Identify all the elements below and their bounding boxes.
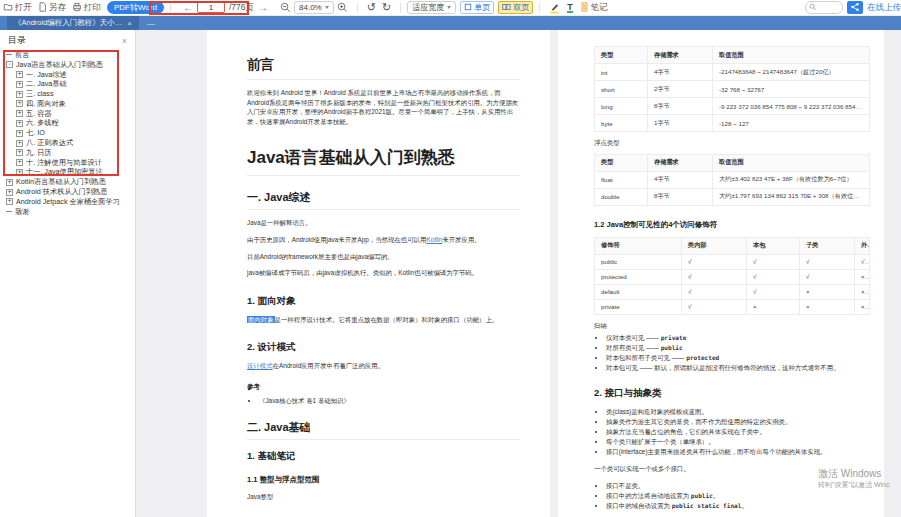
- expand-icon[interactable]: +: [16, 169, 23, 176]
- toc-item-label: 十一. Java使用加密算法: [26, 168, 103, 178]
- paragraph: 面向对象是一种程序设计技术。它将重点放在数据（即对象）和对象的接口（功能）上。: [247, 315, 520, 325]
- toc-tree: 前言-Java语言基础从入门到熟悉+一. Java综述+二. Java基础+三.…: [0, 50, 135, 217]
- single-page-icon: [464, 3, 472, 13]
- column-header: 类型: [595, 47, 648, 64]
- modifiers-table: 修饰符类内部本包子类外部包public√√√√protected√√√×defa…: [594, 237, 870, 315]
- online-service-link[interactable]: 在线上传: [867, 2, 901, 14]
- sidebar-toc-item[interactable]: +Android Jetpack 全家桶全面学习: [0, 197, 135, 207]
- chevron-down-icon: [325, 6, 329, 9]
- expand-icon[interactable]: +: [16, 120, 23, 127]
- expand-icon[interactable]: +: [6, 198, 13, 205]
- highlighter-icon[interactable]: [549, 2, 560, 14]
- bullet-item: 抽象类作为派生其它类的基类，而不作为想使用的特定的实例类。: [606, 417, 870, 427]
- print-button[interactable]: 打印: [69, 2, 104, 14]
- sidebar-toc-item[interactable]: 致谢: [0, 207, 135, 217]
- sidebar-toc-item[interactable]: +九. 日历: [0, 148, 135, 158]
- bullet-item: 对本包可见 —— 默认，所谓默认是指没有任何修饰符的情况，这种方式通常不用。: [606, 363, 870, 373]
- table-cell: ×: [800, 299, 855, 314]
- notes-button[interactable]: 笔记: [577, 2, 611, 14]
- search-input[interactable]: [805, 1, 843, 14]
- table-cell: int: [595, 64, 648, 81]
- page-number-input[interactable]: [197, 2, 225, 13]
- collapse-icon[interactable]: -: [6, 61, 13, 68]
- pdf-to-word-button[interactable]: PDF转Word: [107, 1, 164, 14]
- single-page-button[interactable]: 单页: [460, 1, 494, 14]
- save-as-button[interactable]: 另存: [35, 2, 69, 14]
- document-canvas[interactable]: 前言 欢迎你来到 Android 世界！Android 系统是目前世界上市场占有…: [136, 30, 901, 517]
- text-underline-color-icon[interactable]: T: [567, 3, 573, 13]
- tab-bar-dash: —: [147, 19, 155, 28]
- next-page-icon[interactable]: →: [258, 3, 268, 13]
- expand-icon[interactable]: +: [16, 71, 23, 78]
- table-cell: 大约±3.402 823 47E + 38F（有效位数为6~7位）: [713, 171, 870, 188]
- design-pattern-link[interactable]: 设计模式: [247, 362, 273, 369]
- sidebar-toc-item[interactable]: +十一. Java使用加密算法: [0, 168, 135, 178]
- table-cell: protected: [595, 269, 682, 284]
- bullet-item: 接口中的域自动设置为 public static final。: [606, 501, 870, 511]
- column-header: 取值范围: [713, 154, 870, 171]
- view-mode-select[interactable]: 适应宽度: [407, 1, 456, 14]
- double-page-button[interactable]: 双页: [498, 1, 533, 14]
- section-basic-title: 二. Java基础: [247, 420, 520, 440]
- bullet-item: 类(class)是构造对象的模板或蓝图。: [606, 407, 870, 417]
- oop-link[interactable]: 面向对象: [247, 316, 275, 323]
- sidebar-toc-item[interactable]: +二. Java基础: [0, 79, 135, 89]
- sidebar-toc-item[interactable]: +三. class: [0, 89, 135, 99]
- bullet-item: 抽象方法充当着占位的角色，它们的具体实现在子类中。: [606, 427, 870, 437]
- expand-icon[interactable]: +: [16, 91, 23, 98]
- sidebar-toc-item[interactable]: +Kotlin语言基础从入门到熟悉: [0, 177, 135, 187]
- share-button[interactable]: [847, 1, 863, 14]
- sidebar-toc-item[interactable]: 前言: [0, 50, 135, 60]
- expand-icon[interactable]: +: [16, 110, 23, 117]
- toc-title: 目录: [8, 34, 26, 47]
- toolbar-right-group: 在线上传: [805, 1, 901, 14]
- sidebar-toc-item[interactable]: +五. 容器: [0, 109, 135, 119]
- toolbar-divider: [539, 3, 540, 13]
- paragraph-text: 在Android应用开发中有着广泛的应用。: [273, 362, 385, 369]
- expand-icon[interactable]: +: [6, 179, 13, 186]
- document-tab[interactable]: 《Android编程入门教程》天小… ×: [7, 16, 139, 30]
- expand-icon[interactable]: +: [16, 149, 23, 156]
- zoom-in-icon[interactable]: [337, 2, 348, 13]
- rotate-left-icon[interactable]: ↺: [367, 1, 376, 14]
- save-as-label: 另存: [49, 2, 66, 14]
- float-types-table: 类型存储需求取值范围float4字节大约±3.402 823 47E + 38F…: [594, 154, 870, 206]
- table-cell: 4字节: [648, 171, 713, 188]
- table-row: public√√√√: [595, 254, 870, 269]
- toc-close-icon[interactable]: ×: [122, 36, 127, 46]
- paragraph: java被编译成字节码后，由java虚拟机执行。类似的，Kotlin也可被编译为…: [247, 268, 520, 278]
- sidebar-toc-item[interactable]: +八. 正则表达式: [0, 138, 135, 148]
- table-cell: -9 223 372 036 854 775 808 ~ 9 223 372 0…: [713, 98, 870, 115]
- sidebar-toc-item[interactable]: +十. 注解使用与简单设计: [0, 158, 135, 168]
- zoom-out-icon[interactable]: [280, 2, 291, 13]
- document-page-left: 前言 欢迎你来到 Android 世界！Android 系统是目前世界上市场占有…: [207, 30, 550, 517]
- expand-icon[interactable]: +: [16, 81, 23, 88]
- column-header: 子类: [800, 237, 855, 254]
- previous-page-icon[interactable]: ←: [183, 3, 193, 13]
- folder-open-icon: [3, 2, 13, 14]
- summary-list: 仅对本类可见 —— private对所有类可见 —— public对本包和所有子…: [606, 333, 870, 372]
- expand-icon[interactable]: +: [16, 159, 23, 166]
- toc-item-label: 二. Java基础: [26, 79, 67, 89]
- sidebar-toc-item[interactable]: +六. 多线程: [0, 119, 135, 129]
- expand-icon[interactable]: +: [16, 100, 23, 107]
- rotate-right-icon[interactable]: ↻: [382, 1, 391, 14]
- sidebar-toc-item[interactable]: -Java语言基础从入门到熟悉: [0, 60, 135, 70]
- sidebar-toc-item[interactable]: +四. 面向对象: [0, 99, 135, 109]
- sidebar-toc-item[interactable]: +七. IO: [0, 128, 135, 138]
- expand-icon[interactable]: +: [6, 189, 13, 196]
- table-cell: √: [682, 269, 747, 284]
- summary-label: 归纳: [594, 321, 870, 331]
- watermark-line2: 转到"设置"以激活 Winc: [818, 479, 889, 490]
- table-cell: √: [800, 254, 855, 269]
- oop-heading: 1. 面向对象: [247, 295, 520, 308]
- kotlin-link[interactable]: Kotlin: [426, 236, 442, 243]
- expand-icon[interactable]: +: [16, 140, 23, 147]
- table-cell: -32 768 ~ 32767: [713, 81, 870, 98]
- tab-close-icon[interactable]: ×: [127, 19, 132, 28]
- expand-icon[interactable]: +: [16, 130, 23, 137]
- sidebar-toc-item[interactable]: +Android 技术栈从入门到熟悉: [0, 187, 135, 197]
- open-button[interactable]: 打开: [0, 2, 35, 14]
- sidebar-toc-item[interactable]: +一. Java综述: [0, 70, 135, 80]
- zoom-level-select[interactable]: 84.0%: [294, 1, 334, 14]
